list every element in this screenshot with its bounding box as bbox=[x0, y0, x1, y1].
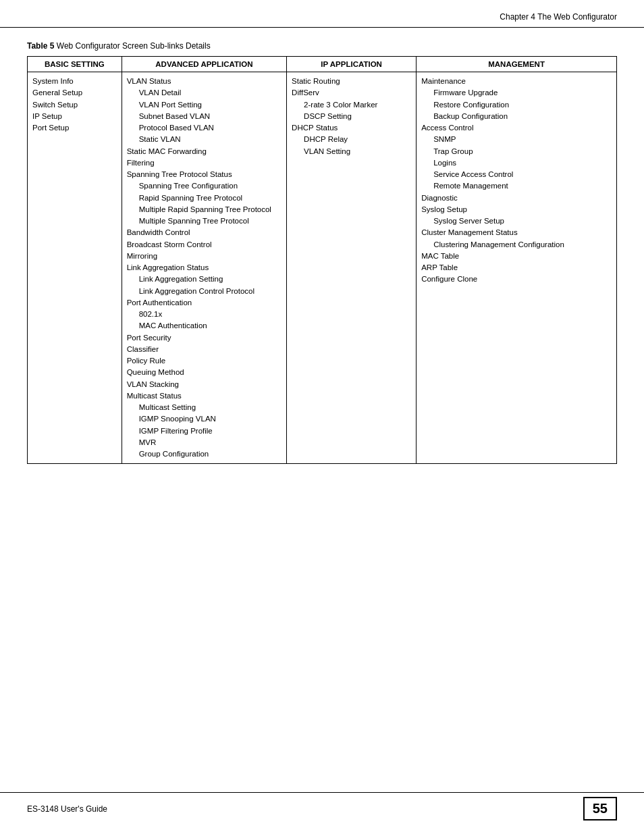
adv-item-8: Spanning Tree Protocol Status bbox=[127, 169, 281, 180]
ip-item-4: DHCP Status bbox=[292, 122, 411, 134]
adv-item-13: Bandwidth Control bbox=[127, 227, 281, 238]
page-header: Chapter 4 The Web Configurator bbox=[0, 0, 644, 28]
footer-title: ES-3148 User's Guide bbox=[27, 804, 107, 814]
mgmt-item-8: Service Access Control bbox=[421, 169, 612, 180]
mgmt-item-13: Cluster Management Status bbox=[421, 227, 612, 238]
mgmt-item-3: Backup Configuration bbox=[421, 111, 612, 122]
ip-cell: Static Routing DiffServ 2-rate 3 Color M… bbox=[287, 72, 417, 464]
adv-item-31: MVR bbox=[127, 437, 281, 448]
adv-item-30: IGMP Filtering Profile bbox=[127, 425, 281, 437]
ip-item-1: DiffServ bbox=[292, 87, 411, 99]
table-title-rest: Web Configurator Screen Sub-links Detail… bbox=[54, 41, 210, 51]
adv-item-0: VLAN Status bbox=[127, 76, 281, 87]
mgmt-item-1: Firmware Upgrade bbox=[421, 87, 612, 99]
advanced-cell: VLAN Status VLAN Detail VLAN Port Settin… bbox=[122, 72, 286, 464]
basic-item-2: General Setup bbox=[32, 87, 117, 99]
mgmt-item-6: Trap Group bbox=[421, 146, 612, 157]
adv-item-10: Rapid Spanning Tree Protocol bbox=[127, 192, 281, 204]
mgmt-item-10: Diagnostic bbox=[421, 192, 612, 204]
ip-item-2: 2-rate 3 Color Marker bbox=[292, 99, 411, 111]
header-text: Chapter 4 The Web Configurator bbox=[500, 12, 617, 22]
mgmt-item-9: Remote Management bbox=[421, 180, 612, 192]
adv-item-2: VLAN Port Setting bbox=[127, 99, 281, 111]
adv-item-12: Multiple Spanning Tree Protocol bbox=[127, 215, 281, 227]
mgmt-item-14: Clustering Management Configuration bbox=[421, 239, 612, 251]
adv-item-16: Link Aggregation Status bbox=[127, 262, 281, 273]
adv-item-11: Multiple Rapid Spanning Tree Protocol bbox=[127, 204, 281, 215]
page-footer: ES-3148 User's Guide 55 bbox=[0, 792, 644, 820]
mgmt-item-4: Access Control bbox=[421, 122, 612, 134]
mgmt-item-5: SNMP bbox=[421, 134, 612, 145]
mgmt-item-11: Syslog Setup bbox=[421, 204, 612, 215]
mgmt-item-12: Syslog Server Setup bbox=[421, 215, 612, 227]
table-title: Table 5 Web Configurator Screen Sub-link… bbox=[27, 41, 617, 51]
basic-setting-cell: System Info General Setup Switch Setup I… bbox=[28, 72, 122, 464]
adv-item-4: Protocol Based VLAN bbox=[127, 122, 281, 134]
adv-item-32: Group Configuration bbox=[127, 448, 281, 460]
ip-item-5: DHCP Relay bbox=[292, 134, 411, 145]
ip-item-6: VLAN Setting bbox=[292, 146, 411, 157]
adv-item-22: Port Security bbox=[127, 332, 281, 344]
adv-item-3: Subnet Based VLAN bbox=[127, 111, 281, 122]
adv-item-28: Multicast Setting bbox=[127, 402, 281, 413]
adv-item-20: 802.1x bbox=[127, 309, 281, 320]
basic-item-3: Switch Setup bbox=[32, 99, 117, 111]
adv-item-6: Static MAC Forwarding bbox=[127, 146, 281, 157]
mgmt-item-15: MAC Table bbox=[421, 251, 612, 262]
col-management-header: MANAGEMENT bbox=[417, 57, 617, 72]
mgmt-item-17: Configure Clone bbox=[421, 273, 612, 285]
adv-item-15: Mirroring bbox=[127, 251, 281, 262]
ip-item-3: DSCP Setting bbox=[292, 111, 411, 122]
adv-item-18: Link Aggregation Control Protocol bbox=[127, 286, 281, 297]
mgmt-item-7: Logins bbox=[421, 157, 612, 169]
adv-item-19: Port Authentication bbox=[127, 297, 281, 309]
basic-item-4: IP Setup bbox=[32, 111, 117, 122]
adv-item-24: Policy Rule bbox=[127, 355, 281, 367]
adv-item-29: IGMP Snooping VLAN bbox=[127, 413, 281, 425]
management-cell: Maintenance Firmware Upgrade Restore Con… bbox=[417, 72, 617, 464]
col-advanced-header: ADVANCED APPLICATION bbox=[122, 57, 286, 72]
basic-item-5: Port Setup bbox=[32, 122, 117, 134]
ip-item-0: Static Routing bbox=[292, 76, 411, 87]
adv-item-5: Static VLAN bbox=[127, 134, 281, 145]
table-title-bold: Table 5 bbox=[27, 41, 54, 51]
col-basic-header: BASIC SETTING bbox=[28, 57, 122, 72]
adv-item-25: Queuing Method bbox=[127, 367, 281, 378]
basic-item-1: System Info bbox=[32, 76, 117, 87]
mgmt-item-16: ARP Table bbox=[421, 262, 612, 273]
mgmt-item-2: Restore Configuration bbox=[421, 99, 612, 111]
adv-item-27: Multicast Status bbox=[127, 390, 281, 402]
adv-item-7: Filtering bbox=[127, 157, 281, 169]
page-content: Table 5 Web Configurator Screen Sub-link… bbox=[0, 34, 644, 504]
main-table: BASIC SETTING ADVANCED APPLICATION IP AP… bbox=[27, 56, 617, 464]
adv-item-14: Broadcast Storm Control bbox=[127, 239, 281, 251]
adv-item-26: VLAN Stacking bbox=[127, 379, 281, 390]
col-ip-header: IP APPLICATION bbox=[287, 57, 417, 72]
mgmt-item-0: Maintenance bbox=[421, 76, 612, 87]
page-number: 55 bbox=[583, 797, 617, 820]
adv-item-1: VLAN Detail bbox=[127, 87, 281, 99]
adv-item-17: Link Aggregation Setting bbox=[127, 273, 281, 285]
adv-item-9: Spanning Tree Configuration bbox=[127, 180, 281, 192]
adv-item-21: MAC Authentication bbox=[127, 320, 281, 332]
adv-item-23: Classifier bbox=[127, 344, 281, 355]
